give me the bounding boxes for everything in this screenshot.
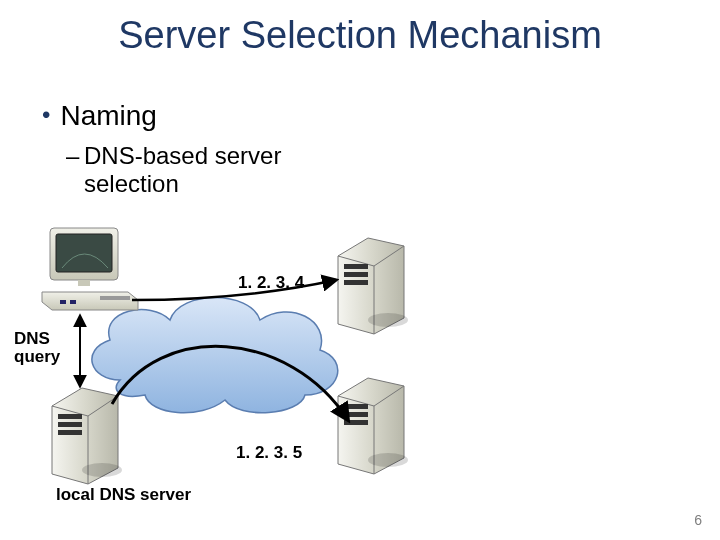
svg-point-17 <box>82 463 122 477</box>
svg-rect-8 <box>344 280 368 285</box>
svg-rect-15 <box>58 422 82 427</box>
svg-point-13 <box>368 453 408 467</box>
arrow-to-bottom-server <box>112 346 348 420</box>
svg-rect-12 <box>344 420 368 425</box>
svg-rect-5 <box>100 296 130 300</box>
local-dns-label: local DNS server <box>56 486 191 504</box>
local-dns-server-icon <box>52 388 122 484</box>
bullet-level2-text: DNS-based server selection <box>84 142 281 197</box>
svg-rect-4 <box>70 300 76 304</box>
svg-rect-16 <box>58 430 82 435</box>
ip-bottom-label: 1. 2. 3. 5 <box>236 444 302 462</box>
svg-rect-7 <box>344 272 368 277</box>
page-number: 6 <box>694 512 702 528</box>
svg-rect-2 <box>78 280 90 286</box>
svg-rect-1 <box>56 234 112 272</box>
arrow-to-top-server <box>132 280 336 300</box>
bullet-level1-text: Naming <box>60 100 156 131</box>
network-cloud-icon <box>92 298 338 413</box>
svg-rect-3 <box>60 300 66 304</box>
bullet-level2: –DNS-based server selection <box>84 142 344 197</box>
server-bottom-icon <box>338 378 408 474</box>
server-top-icon <box>338 238 408 334</box>
bullet-dot-icon: • <box>42 101 50 128</box>
dns-query-label: DNS query <box>14 330 60 366</box>
client-computer-icon <box>42 228 138 310</box>
svg-rect-6 <box>344 264 368 269</box>
svg-rect-10 <box>344 404 368 409</box>
svg-point-9 <box>368 313 408 327</box>
bullet-dash-icon: – <box>66 142 79 170</box>
ip-top-label: 1. 2. 3. 4 <box>238 274 304 292</box>
svg-rect-11 <box>344 412 368 417</box>
svg-rect-14 <box>58 414 82 419</box>
svg-rect-0 <box>50 228 118 280</box>
network-diagram <box>0 0 720 540</box>
slide-title: Server Selection Mechanism <box>0 14 720 57</box>
bullet-level1: •Naming <box>42 100 157 132</box>
